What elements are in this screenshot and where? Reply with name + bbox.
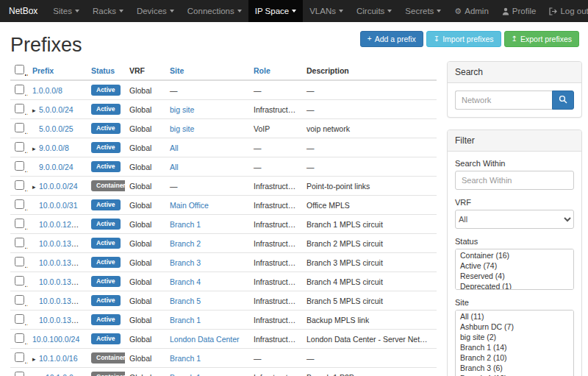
prefix-link[interactable]: 10.0.0.0/31 xyxy=(39,201,78,210)
nav-item-admin[interactable]: ⚙ Admin xyxy=(448,0,495,22)
site-link[interactable]: Branch 1 xyxy=(170,373,201,376)
nav-item-vlans[interactable]: VLANs xyxy=(303,0,350,22)
site-link[interactable]: Branch 3 xyxy=(170,258,201,267)
prefix-link[interactable]: 1.0.0.0/8 xyxy=(32,86,62,95)
column-header-role[interactable]: Role xyxy=(254,66,270,75)
filter-option[interactable]: Deprecated (1) xyxy=(456,281,573,290)
prefix-link[interactable]: 10.0.0.0/24 xyxy=(39,182,78,191)
filter-option[interactable]: Container (16) xyxy=(456,250,573,260)
row-checkbox[interactable] xyxy=(15,161,24,171)
prefix-link[interactable]: 9.0.0.0/24 xyxy=(39,163,74,171)
row-checkbox[interactable] xyxy=(15,276,24,285)
row-checkbox[interactable] xyxy=(15,295,24,305)
row-checkbox[interactable] xyxy=(15,238,24,247)
site-link[interactable]: London Data Center xyxy=(170,335,240,344)
nav-item-racks[interactable]: Racks xyxy=(86,0,130,22)
column-header-description: Description xyxy=(302,61,437,80)
row-checkbox[interactable] xyxy=(15,85,24,94)
filter-option[interactable]: Branch 4 (12) xyxy=(456,373,573,376)
brand-logo[interactable]: NetBox xyxy=(0,0,46,22)
row-checkbox[interactable] xyxy=(15,123,24,132)
row-checkbox[interactable] xyxy=(15,180,24,190)
role-cell: — xyxy=(249,157,302,177)
prefix-link[interactable]: 10.0.100.0/24 xyxy=(32,335,79,344)
row-checkbox[interactable] xyxy=(15,199,24,209)
prefix-link[interactable]: 10.0.0.134/31 xyxy=(39,277,86,286)
nav-item-circuits[interactable]: Circuits xyxy=(350,0,398,22)
filter-option[interactable]: Branch 2 (10) xyxy=(456,352,573,363)
vrf-cell: Global xyxy=(125,215,165,234)
status-filter-select[interactable]: Container (16)Active (74)Reserved (4)Dep… xyxy=(455,249,574,290)
row-checkbox[interactable] xyxy=(15,104,24,113)
prefix-link[interactable]: 10.0.0.138/31 xyxy=(39,316,86,324)
role-cell: Infrastructure xyxy=(249,215,302,234)
row-checkbox[interactable] xyxy=(15,333,24,343)
site-link[interactable]: Branch 5 xyxy=(170,297,201,305)
column-header-prefix[interactable]: Prefix xyxy=(32,66,54,75)
site-link[interactable]: All xyxy=(170,163,179,171)
row-checkbox[interactable] xyxy=(15,257,24,266)
expand-caret-icon[interactable]: ▸ xyxy=(32,145,39,152)
select-all-checkbox[interactable] xyxy=(15,65,24,74)
row-checkbox[interactable] xyxy=(15,352,24,362)
filter-option[interactable]: Ashburn DC (7) xyxy=(456,322,573,332)
nav-item-sites[interactable]: Sites xyxy=(46,0,86,22)
row-checkbox[interactable] xyxy=(15,219,24,228)
nav-item-ip-space[interactable]: IP Space xyxy=(248,0,303,22)
nav-item-profile[interactable]: Profile xyxy=(495,0,543,22)
prefix-link[interactable]: 9.0.0.0/8 xyxy=(39,143,69,152)
site-link[interactable]: All xyxy=(170,143,179,152)
nav-item-label: IP Space xyxy=(255,7,289,15)
prefix-link[interactable]: 5.0.0.0/24 xyxy=(39,105,74,114)
nav-item-secrets[interactable]: Secrets xyxy=(398,0,448,22)
status-badge: Active xyxy=(91,142,121,152)
row-checkbox[interactable] xyxy=(15,142,24,152)
log-out-icon xyxy=(549,7,557,15)
page-head: Prefixes + Add a prefix ↧ Import prefixe… xyxy=(0,22,588,57)
prefix-link[interactable]: 10.0.0.130/31 xyxy=(39,239,86,248)
site-link[interactable]: Branch 1 xyxy=(170,316,201,324)
nav-item-logout[interactable]: Log out xyxy=(542,0,588,22)
status-cell: Active xyxy=(87,196,125,215)
nav-item-connections[interactable]: Connections xyxy=(181,0,248,22)
filter-option[interactable]: All (11) xyxy=(456,311,573,322)
import-prefixes-button[interactable]: ↧ Import prefixes xyxy=(426,31,501,47)
column-header-status[interactable]: Status xyxy=(91,66,115,75)
site-link[interactable]: Branch 1 xyxy=(170,354,201,363)
row-checkbox[interactable] xyxy=(15,372,24,376)
logout-label: Log out xyxy=(560,7,588,15)
expand-caret-icon[interactable]: ▸ xyxy=(32,183,39,191)
table-row: ▸10.1.0.0/24ContainerGlobalBranch 1Infra… xyxy=(10,368,437,376)
site-link[interactable]: Main Office xyxy=(170,201,209,210)
prefix-link[interactable]: 10.1.0.0/16 xyxy=(39,354,78,363)
add-prefix-button[interactable]: + Add a prefix xyxy=(360,31,423,47)
prefix-link[interactable]: 5.0.0.0/25 xyxy=(39,124,74,133)
search-within-input[interactable] xyxy=(455,171,574,190)
site-link[interactable]: Branch 1 xyxy=(170,220,201,229)
nav-item-devices[interactable]: Devices xyxy=(130,0,181,22)
site-filter-select[interactable]: All (11)Ashburn DC (7)big site (2)Branch… xyxy=(455,310,574,376)
search-input[interactable] xyxy=(455,91,552,110)
row-checkbox[interactable] xyxy=(15,314,24,324)
status-badge: Active xyxy=(91,161,121,171)
filter-option[interactable]: big site (2) xyxy=(456,332,573,342)
search-button[interactable] xyxy=(552,91,574,110)
filter-option[interactable]: Active (74) xyxy=(456,260,573,271)
filter-option[interactable]: Reserved (4) xyxy=(456,271,573,281)
prefix-link[interactable]: 10.0.0.136/31 xyxy=(39,297,86,305)
prefix-link[interactable]: 10.0.0.132/31 xyxy=(39,258,86,267)
filter-option[interactable]: Branch 3 (6) xyxy=(456,363,573,373)
vrf-filter-select[interactable]: All xyxy=(455,210,574,229)
expand-caret-icon[interactable]: ▸ xyxy=(32,107,39,114)
filter-option[interactable]: Branch 1 (14) xyxy=(456,342,573,352)
site-link[interactable]: Branch 4 xyxy=(170,277,201,286)
column-header-site[interactable]: Site xyxy=(170,66,184,75)
site-link[interactable]: Branch 2 xyxy=(170,239,201,248)
export-prefixes-button[interactable]: ↥ Export prefixes xyxy=(504,31,579,47)
site-link[interactable]: big site xyxy=(170,124,194,133)
expand-caret-icon[interactable]: ▸ xyxy=(32,355,39,363)
site-link[interactable]: big site xyxy=(170,105,194,114)
prefix-link[interactable]: 10.1.0.0/24 xyxy=(46,373,85,376)
table-row: 10.0.0.136/31ActiveGlobalBranch 5Infrast… xyxy=(10,291,437,311)
prefix-link[interactable]: 10.0.0.128/31 xyxy=(39,220,86,229)
